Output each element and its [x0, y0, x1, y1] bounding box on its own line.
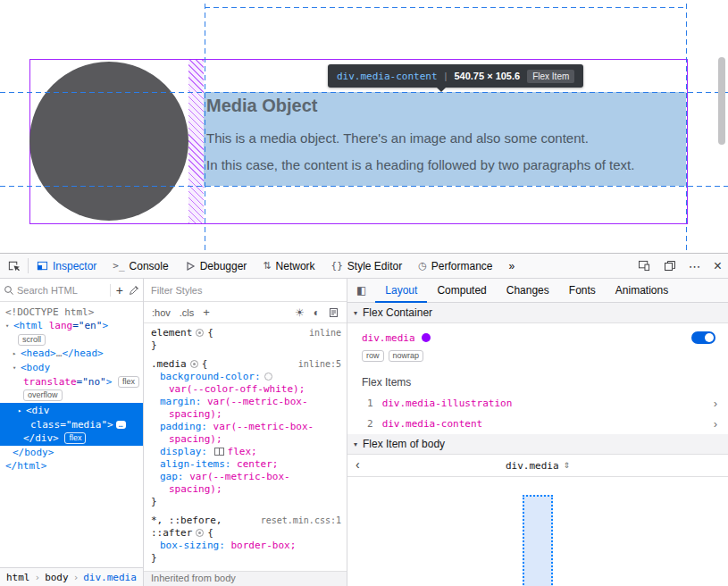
rule-media-selector[interactable]: .media{inline:5 — [144, 358, 347, 371]
media-paragraph-2: In this case, the content is a heading f… — [206, 157, 678, 172]
head-node[interactable]: ▸<head>…</head> — [0, 347, 143, 361]
tab-layout[interactable]: Layout — [375, 279, 427, 302]
class-panel-button[interactable]: .cls — [180, 307, 195, 318]
body-attributes-row[interactable]: translate="no"> flex — [0, 375, 143, 389]
flex-highlighter-toggle[interactable] — [691, 331, 715, 344]
media-illustration-circle — [29, 62, 188, 221]
overflow-badge[interactable]: overflow — [23, 389, 63, 401]
property-box-sizing[interactable]: box-sizing: border-box; — [144, 540, 347, 552]
flex-badge[interactable]: flex — [64, 432, 86, 444]
dark-scheme-button[interactable]: ◐ — [314, 306, 320, 319]
twisty-closed-icon[interactable]: ▸ — [13, 347, 21, 361]
rule-reset-selector[interactable]: *, ::before,reset.min.css:1 — [144, 515, 347, 527]
close-devtools-button[interactable]: × — [707, 258, 728, 274]
print-simulation-button[interactable] — [329, 307, 339, 318]
rule-source-link[interactable]: reset.min.css:1 — [261, 515, 341, 527]
twisty-open-icon[interactable]: ▾ — [5, 320, 13, 333]
color-swatch[interactable] — [264, 373, 272, 381]
add-rule-button[interactable]: + — [203, 306, 210, 319]
performance-icon: ◷ — [418, 260, 427, 272]
search-html-input[interactable] — [17, 285, 107, 296]
property-gap[interactable]: gap: var(--metric-box- — [144, 471, 347, 483]
eyedropper-icon[interactable] — [129, 285, 139, 296]
scroll-badge[interactable]: scroll — [18, 334, 46, 346]
meatball-menu-button[interactable]: ⋯ — [682, 259, 707, 273]
breadcrumb-body[interactable]: body — [45, 572, 69, 583]
previous-flex-item-button[interactable]: ‹ — [356, 457, 360, 472]
twisty-open-icon: ▾ — [354, 309, 357, 317]
flex-guide-content-top — [0, 92, 728, 93]
flexbox-toggle-icon[interactable] — [214, 448, 224, 456]
chevron-right-icon: › — [35, 572, 41, 583]
more-tabs-button[interactable]: » — [501, 254, 523, 278]
toolbox-toolbar: Inspector >_ Console Debugger ⇅ Network … — [0, 254, 728, 279]
pseudo-class-panel-button[interactable]: :hov — [152, 307, 171, 318]
property-display[interactable]: display: flex; — [144, 446, 347, 458]
selected-node-div-media[interactable]: ▸<div class="media">… </div> flex — [0, 403, 143, 446]
tab-performance[interactable]: ◷ Performance — [410, 254, 500, 278]
rule-source-link[interactable]: inline:5 — [298, 358, 341, 371]
html-close-node[interactable]: </html> — [0, 459, 143, 473]
flex-item-select[interactable]: div.media ⇕ — [506, 460, 570, 472]
chevron-right-icon: › — [73, 572, 79, 583]
tab-network[interactable]: ⇅ Network — [255, 254, 322, 278]
body-close-node[interactable]: </body> — [0, 446, 143, 459]
body-node[interactable]: ▾<body — [0, 361, 143, 375]
inline-ellipsis-pill[interactable]: … — [116, 421, 126, 429]
selector-highlighter-icon[interactable] — [196, 529, 204, 537]
property-margin[interactable]: margin: var(--metric-box- — [144, 396, 347, 408]
markup-panel: + <!DOCTYPE html> ▾<html lang="en"> scro… — [0, 279, 144, 586]
firefox-devtools-window: Media Object This is a media object. The… — [0, 0, 728, 586]
page-scrollbar-thumb[interactable] — [718, 57, 725, 145]
doctype-node[interactable]: <!DOCTYPE html> — [0, 306, 143, 319]
add-node-button[interactable]: + — [113, 283, 126, 297]
tab-inspector[interactable]: Inspector — [29, 254, 105, 278]
filter-styles-input[interactable] — [151, 285, 339, 296]
toolbox-controls: ⋯ × — [632, 254, 728, 278]
property-align-items[interactable]: align-items: center; — [144, 458, 347, 471]
breadcrumb-div-media[interactable]: div.media — [83, 572, 137, 583]
flex-guide-top — [205, 7, 686, 8]
breadcrumb: html › body › div.media — [0, 567, 143, 586]
tab-style-editor[interactable]: {} Style Editor — [323, 254, 411, 278]
tab-debugger[interactable]: Debugger — [177, 254, 255, 278]
markup-toolbar: + — [0, 279, 143, 302]
flex-badge[interactable]: flex — [118, 376, 139, 388]
tab-fonts[interactable]: Fonts — [559, 279, 606, 302]
devtools-toolbox: Inspector >_ Console Debugger ⇅ Network … — [0, 253, 728, 586]
twisty-open-icon[interactable]: ▾ — [13, 362, 21, 375]
html-node[interactable]: ▾<html lang="en"> — [0, 319, 143, 333]
media-paragraph-1: This is a media object. There's an image… — [206, 130, 678, 146]
separate-window-button[interactable] — [657, 260, 682, 272]
selector-highlighter-icon[interactable] — [190, 360, 198, 368]
close-icon: × — [714, 258, 722, 274]
flex-item-section-header[interactable]: ▾ Flex Item of body — [347, 434, 728, 455]
flex-guide-content-bottom — [0, 186, 728, 187]
selector-highlighter-icon[interactable] — [196, 329, 204, 337]
sidebar-tabs: ◧ Layout Computed Changes Fonts Animatio… — [347, 279, 728, 303]
flex-container-selector[interactable]: div.media — [362, 332, 415, 344]
pane-toggle-icon[interactable]: ◧ — [347, 279, 375, 302]
infobar-separator: | — [445, 71, 448, 81]
tab-computed[interactable]: Computed — [427, 279, 496, 302]
debugger-icon — [185, 261, 196, 272]
twisty-closed-icon[interactable]: ▸ — [18, 405, 26, 418]
pick-element-button[interactable] — [0, 254, 28, 278]
flex-item-row-1[interactable]: 1 div.media-illustration › — [347, 393, 728, 414]
flex-guide-right — [686, 4, 687, 253]
breadcrumb-html[interactable]: html — [6, 572, 30, 583]
light-scheme-button[interactable]: ☀ — [295, 306, 305, 319]
responsive-design-button[interactable] — [632, 260, 657, 272]
rule-source-link[interactable]: inline — [309, 327, 341, 339]
property-background-color[interactable]: background-color: — [144, 371, 347, 383]
updown-arrows-icon: ⇕ — [564, 461, 571, 470]
flex-item-row-2[interactable]: 2 div.media-content › — [347, 414, 728, 434]
flex-container-section-header[interactable]: ▾ Flex Container — [347, 303, 728, 323]
tab-animations[interactable]: Animations — [606, 279, 678, 302]
property-padding[interactable]: padding: var(--metric-box- — [144, 421, 347, 433]
flex-item-sizing-diagram — [347, 477, 728, 586]
tab-console[interactable]: >_ Console — [105, 254, 176, 278]
rule-element-selector[interactable]: element{inline — [144, 327, 347, 339]
tab-changes[interactable]: Changes — [497, 279, 559, 302]
overlay-color-swatch[interactable] — [422, 333, 431, 342]
